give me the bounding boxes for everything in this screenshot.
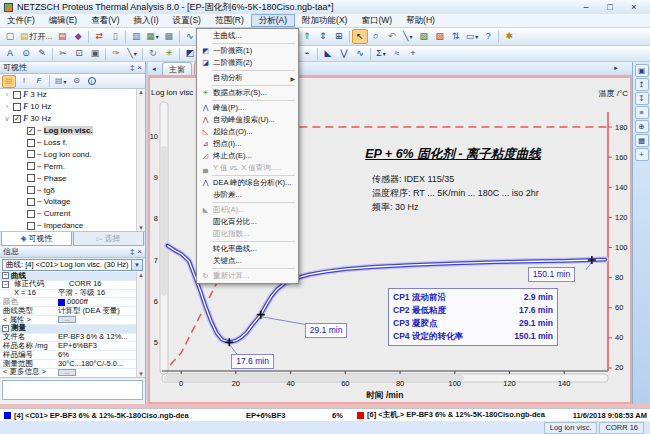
analysis-menu-item-16[interactable]: ⋀DEA 峰的综合分析(K)... <box>198 177 297 189</box>
analysis-menu-item-9[interactable]: ⋀峰值(P)... <box>198 102 297 114</box>
toolbar1-snapshot-button[interactable]: ▩ <box>161 29 177 44</box>
tree-item-2[interactable]: ∨✓F30 Hz <box>0 113 145 125</box>
tree-item-9[interactable]: ~Voltage <box>0 196 145 208</box>
side-crosshair-mode-button[interactable]: + <box>635 148 649 161</box>
toolbar1-lasso-button[interactable]: ○ <box>368 29 384 44</box>
visibility-checkbox[interactable] <box>13 91 21 99</box>
analysis-menu-item-17[interactable]: 步阶差... <box>198 189 297 201</box>
toolbar1-open-measurement-button[interactable]: ▤ <box>54 29 70 44</box>
menubar-item-range[interactable]: 范围(R) <box>208 14 251 27</box>
close-icon[interactable]: × <box>137 247 142 256</box>
toolbar1-rearrange-curves-button[interactable]: ⇄ <box>91 29 107 44</box>
tree-item-4[interactable]: ~Loss f. <box>0 137 145 149</box>
analysis-menu-item-11[interactable]: ◺起始点(O)... <box>198 126 297 138</box>
visibility-checkbox[interactable]: ✓ <box>27 127 35 135</box>
menubar-item-insert[interactable]: 插入(I) <box>127 14 166 27</box>
tree-item-7[interactable]: ~Phase <box>0 172 145 184</box>
curve-selector[interactable]: 曲线: [4] <C01> Log ion visc. (30 Hz) ▼ <box>2 259 143 271</box>
menubar-item-extras[interactable]: 附加功能(X) <box>295 14 354 27</box>
toolbar2-reset-view-button[interactable]: ↻ <box>145 46 161 61</box>
toolbar1-insert-analysis-button[interactable]: ⇑ <box>299 29 315 44</box>
toolbar2-line-style-button[interactable]: ╲▾ <box>124 46 140 61</box>
toolbar2-font-button[interactable]: A <box>2 46 18 61</box>
toolbar1-open-file-button[interactable]: ▤打开... <box>18 29 54 44</box>
collapse-icon[interactable]: − <box>2 281 9 288</box>
visibility-toolbar-curve-info-button[interactable]: i <box>85 75 99 88</box>
pin-icon[interactable]: ‡ <box>130 63 134 72</box>
toolbar1-window-layout-button[interactable]: ▭▾ <box>464 29 481 44</box>
toolbar1-scale-axes-button[interactable]: ⇕ <box>315 29 331 44</box>
expander-icon[interactable]: › <box>3 103 11 110</box>
analysis-menu-item-20[interactable]: 固化百分比... <box>198 216 297 228</box>
toolbar1-green-report-button[interactable]: ▧ <box>416 29 432 44</box>
side-export-page-down-button[interactable]: ↧ <box>635 92 649 105</box>
side-restore-view-button[interactable]: ▣ <box>635 64 649 77</box>
analysis-menu-item-23[interactable]: 转化率曲线... <box>198 243 297 255</box>
visibility-checkbox[interactable] <box>27 174 35 182</box>
visibility-checkbox[interactable] <box>27 222 35 230</box>
toolbar1-wand-button[interactable]: ✱ <box>501 29 517 44</box>
tree-item-0[interactable]: ›F3 Hz <box>0 89 145 101</box>
analysis-menu-item-10[interactable]: ⋀自动峰值搜索(U)... <box>198 114 297 126</box>
toolbar2-curve-tool-button[interactable]: ∿ <box>352 46 368 61</box>
toolbar1-print-preview-button[interactable]: ▥ <box>128 29 144 44</box>
visibility-checkbox[interactable]: ✓ <box>13 115 21 123</box>
visibility-checkbox[interactable] <box>27 186 35 194</box>
scroll-up-icon[interactable]: ▲ <box>138 89 144 95</box>
visibility-checkbox[interactable] <box>27 210 35 218</box>
y-axis-scrollbar-thumb[interactable] <box>161 146 167 296</box>
collapse-icon[interactable]: − <box>2 272 9 279</box>
toolbar1-draw-line-button[interactable]: ╲▾ <box>400 29 416 44</box>
analysis-menu-item-7[interactable]: ✳数据点标示(S)... <box>198 87 297 99</box>
ellipsis-button[interactable]: ... <box>58 369 76 376</box>
panel-tab-1[interactable]: ▻选择 <box>73 232 144 246</box>
tab-scroll-left-button[interactable]: ◂ <box>148 63 160 75</box>
toolbar1-context-help-button[interactable]: ? <box>480 29 496 44</box>
line-style-dropdown-icon[interactable]: ▾ <box>134 50 137 57</box>
analysis-menu-item-12[interactable]: ⊿拐点(I)... <box>198 138 297 150</box>
x-axis-scrollbar-thumb[interactable] <box>164 375 464 381</box>
analysis-menu-item-13[interactable]: ◿终止点(E)... <box>198 150 297 162</box>
menubar-item-view[interactable]: 查看(V) <box>84 14 126 27</box>
visibility-checkbox[interactable] <box>27 162 35 170</box>
visibility-toolbar-frequency-filter-button[interactable]: F <box>32 75 46 88</box>
tree-item-10[interactable]: ~Current <box>0 208 145 220</box>
side-axis-grid-button[interactable]: ▦ <box>635 134 649 147</box>
visibility-checkbox[interactable] <box>27 139 35 147</box>
scroll-down-icon[interactable]: ▼ <box>138 225 144 231</box>
close-button[interactable]: × <box>622 1 646 14</box>
visibility-toolbar-page-mode-button[interactable]: ▤▾ <box>53 75 69 88</box>
tree-item-3[interactable]: ✓~Log ion visc. <box>0 125 145 137</box>
window-layout-dropdown-icon[interactable]: ▾ <box>475 33 478 40</box>
tree-item-6[interactable]: ~Perm. <box>0 160 145 172</box>
analysis-menu-item-3[interactable]: ◪二阶微商(2) <box>198 57 297 69</box>
toolbar2-annotation-button[interactable]: ✎ <box>34 46 50 61</box>
visibility-checkbox[interactable] <box>27 198 35 206</box>
toolbar1-select-cursor-button[interactable]: ↖ <box>352 29 368 44</box>
close-icon[interactable]: × <box>137 63 142 72</box>
toolbar2-valley-tool-button[interactable]: ⋁ <box>336 46 352 61</box>
toolbar2-brush-button[interactable]: ✑ <box>108 46 124 61</box>
toolbar2-crosshair-tool-button[interactable]: + <box>405 46 421 61</box>
tree-item-5[interactable]: ~Log ion cond. <box>0 148 145 160</box>
toolbar1-new-file-button[interactable]: ▢ <box>2 29 18 44</box>
visibility-toolbar-important-only-button[interactable]: ! <box>17 75 31 88</box>
visibility-checkbox[interactable] <box>13 103 21 111</box>
expander-icon[interactable]: › <box>3 91 11 98</box>
toolbar2-glass-transition-button[interactable]: ⌁ <box>299 46 315 61</box>
minimize-button[interactable]: – <box>574 1 598 14</box>
menubar-item-help[interactable]: 帮助(H) <box>399 14 442 27</box>
comment-box[interactable] <box>2 380 143 400</box>
page-mode-dropdown-icon[interactable]: ▾ <box>64 78 67 85</box>
collapse-icon[interactable]: − <box>2 325 9 332</box>
side-export-page-up-button[interactable]: ↥ <box>635 78 649 91</box>
toolbar1-red-report-button[interactable]: ▨ <box>432 29 448 44</box>
toolbar2-cut-button[interactable]: ✂ <box>55 46 71 61</box>
panel-tab-0[interactable]: ◈可视性 <box>1 232 72 246</box>
toolbar1-delete-object-button[interactable]: ▯ <box>107 29 123 44</box>
analysis-menu-item-5[interactable]: 自动分析▶ <box>198 72 297 84</box>
pin-icon[interactable]: ‡ <box>130 247 134 256</box>
sum-tool-dropdown-icon[interactable]: ▾ <box>383 50 386 57</box>
grid-scrollbar[interactable]: ▲▼ <box>136 272 145 377</box>
export-image-dropdown-icon[interactable]: ▾ <box>156 33 159 40</box>
